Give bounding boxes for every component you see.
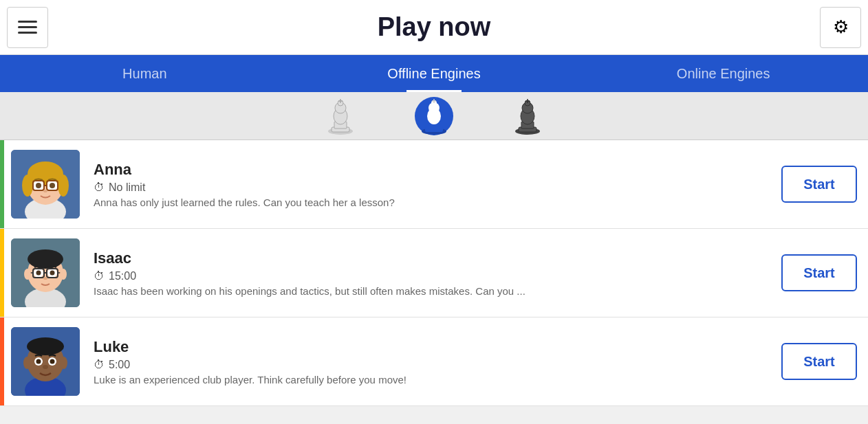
svg-point-66 bbox=[50, 359, 55, 364]
anna-desc: Anna has only just learned the rules. Ca… bbox=[94, 197, 781, 208]
player-row-anna: Anna ⏱ No limit Anna has only just learn… bbox=[0, 140, 868, 229]
svg-point-53 bbox=[43, 277, 47, 280]
blue-piece-icon[interactable] bbox=[415, 97, 453, 135]
svg-point-33 bbox=[36, 183, 41, 188]
tab-online-engines[interactable]: Online Engines bbox=[578, 55, 868, 92]
luke-time: ⏱ 5:00 bbox=[94, 359, 781, 371]
isaac-desc: Isaac has been working on his openings a… bbox=[94, 285, 781, 297]
svg-point-67 bbox=[43, 365, 48, 369]
svg-point-55 bbox=[60, 269, 67, 280]
player-info-anna: Anna ⏱ No limit Anna has only just learn… bbox=[94, 161, 781, 208]
start-button-anna[interactable]: Start bbox=[781, 166, 857, 203]
anna-time: ⏱ No limit bbox=[94, 181, 781, 194]
svg-point-29 bbox=[22, 175, 33, 197]
settings-button[interactable]: ⚙ bbox=[820, 7, 861, 48]
avatar-anna bbox=[11, 150, 80, 219]
avatar-isaac bbox=[11, 238, 80, 307]
tab-offline-engines[interactable]: Offline Engines bbox=[290, 55, 579, 92]
svg-point-43 bbox=[28, 249, 63, 269]
clock-icon-isaac: ⏱ bbox=[94, 270, 105, 282]
dark-piece-icon[interactable] bbox=[508, 97, 547, 135]
svg-point-38 bbox=[43, 190, 47, 192]
player-list: Anna ⏱ No limit Anna has only just learn… bbox=[0, 140, 868, 406]
svg-point-61 bbox=[23, 357, 30, 369]
luke-desc: Luke is an experienced club player. Thin… bbox=[94, 374, 781, 386]
clock-icon-luke: ⏱ bbox=[94, 359, 105, 371]
player-row-isaac: Isaac ⏱ 15:00 Isaac has been working on … bbox=[0, 229, 868, 317]
white-piece-icon[interactable] bbox=[321, 97, 360, 135]
isaac-name: Isaac bbox=[94, 249, 781, 267]
player-info-isaac: Isaac ⏱ 15:00 Isaac has been working on … bbox=[94, 249, 781, 297]
player-row-luke: Luke ⏱ 5:00 Luke is an experienced club … bbox=[0, 317, 868, 406]
svg-point-62 bbox=[61, 357, 67, 369]
menu-button[interactable] bbox=[7, 7, 48, 48]
tab-bar: Human Offline Engines Online Engines bbox=[0, 55, 868, 92]
svg-point-65 bbox=[36, 359, 41, 364]
start-button-isaac[interactable]: Start bbox=[781, 254, 857, 291]
start-button-luke[interactable]: Start bbox=[781, 343, 857, 380]
difficulty-icons bbox=[0, 92, 868, 140]
isaac-time: ⏱ 15:00 bbox=[94, 270, 781, 282]
svg-point-54 bbox=[24, 269, 31, 280]
header: Play now ⚙ bbox=[0, 0, 868, 55]
clock-icon-anna: ⏱ bbox=[94, 181, 105, 194]
svg-point-60 bbox=[27, 337, 64, 355]
luke-name: Luke bbox=[94, 338, 781, 356]
player-info-luke: Luke ⏱ 5:00 Luke is an experienced club … bbox=[94, 338, 781, 386]
svg-point-34 bbox=[50, 183, 55, 188]
anna-name: Anna bbox=[94, 161, 781, 179]
tab-human[interactable]: Human bbox=[0, 55, 290, 92]
svg-point-46 bbox=[36, 271, 41, 276]
svg-point-30 bbox=[58, 175, 69, 197]
avatar-luke bbox=[11, 327, 80, 396]
page-title: Play now bbox=[48, 12, 820, 42]
svg-point-47 bbox=[50, 271, 55, 276]
